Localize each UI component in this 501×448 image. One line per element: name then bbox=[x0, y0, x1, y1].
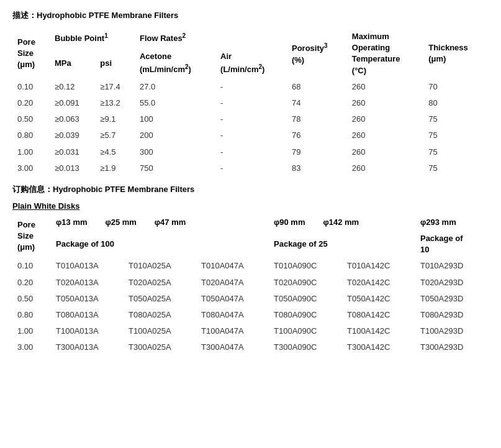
cell-phi25: T020A025A bbox=[124, 275, 196, 291]
table2-row: 1.00 T100A013A T100A025A T100A047A T100A… bbox=[12, 323, 489, 339]
cell-phi293: T300A293D bbox=[415, 339, 489, 355]
cell-phi293: T080A293D bbox=[415, 307, 489, 323]
cell-phi142: T050A142C bbox=[342, 291, 415, 307]
cell-porosity: 79 bbox=[287, 144, 347, 160]
cell-porosity: 74 bbox=[287, 95, 347, 111]
th-pkg100: Package of 100 bbox=[51, 231, 269, 258]
cell-phi25: T100A025A bbox=[124, 323, 196, 339]
cell-air: - bbox=[215, 95, 287, 111]
cell-phi142: T100A142C bbox=[342, 323, 415, 339]
cell-phi47: T080A047A bbox=[196, 307, 269, 323]
cell-phi90: T010A090C bbox=[269, 258, 342, 274]
description-text: Hydrophobic PTFE Membrane Filters bbox=[37, 11, 178, 20]
cell-psi: ≥1.9 bbox=[95, 160, 135, 176]
cell-order-pore: 0.50 bbox=[12, 291, 51, 307]
cell-porosity: 78 bbox=[287, 111, 347, 127]
cell-phi90: T300A090C bbox=[269, 339, 342, 355]
cell-phi293: T010A293D bbox=[415, 258, 489, 274]
order-info-label: 订购信息：Hydrophobic PTFE Membrane Filters bbox=[12, 184, 489, 195]
cell-phi47: T020A047A bbox=[196, 275, 269, 291]
description-label: 描述：Hydrophobic PTFE Membrane Filters bbox=[12, 10, 489, 21]
order-info-prefix: 订购信息： bbox=[12, 185, 53, 194]
table1-row: 0.50 ≥0.063 ≥9.1 100 - 78 260 75 bbox=[12, 111, 489, 127]
cell-phi90: T080A090C bbox=[269, 307, 342, 323]
table1-row: 0.80 ≥0.039 ≥5.7 200 - 76 260 75 bbox=[12, 127, 489, 144]
cell-porosity: 76 bbox=[287, 127, 347, 144]
cell-porosity: 83 bbox=[287, 160, 347, 176]
th-mpa: MPa bbox=[50, 48, 95, 79]
cell-psi: ≥17.4 bbox=[95, 79, 135, 95]
ordering-table-body: 0.10 T010A013A T010A025A T010A047A T010A… bbox=[12, 258, 489, 355]
th-pore-size: PoreSize(μm) bbox=[12, 29, 50, 79]
cell-pore: 0.50 bbox=[12, 111, 50, 127]
th-thickness: Thickness(μm) bbox=[423, 29, 489, 79]
cell-phi13: T080A013A bbox=[51, 307, 124, 323]
cell-maxtemp: 260 bbox=[347, 95, 423, 111]
cell-air: - bbox=[215, 144, 287, 160]
cell-phi25: T010A025A bbox=[124, 258, 196, 274]
cell-acetone: 750 bbox=[135, 160, 215, 176]
th-flow-rates: Flow Rates2 bbox=[135, 29, 287, 48]
cell-phi25: T050A025A bbox=[124, 291, 196, 307]
cell-phi90: T020A090C bbox=[269, 275, 342, 291]
th-air: Air(L/min/cm2) bbox=[215, 48, 287, 79]
description-prefix: 描述： bbox=[12, 11, 37, 20]
cell-pore: 0.20 bbox=[12, 95, 50, 111]
header-row-1: PoreSize(μm) Bubble Point1 Flow Rates2 P… bbox=[12, 29, 489, 48]
cell-thickness: 80 bbox=[423, 95, 489, 111]
cell-phi142: T010A142C bbox=[342, 258, 415, 274]
th-pkg10: Package of10 bbox=[415, 231, 489, 258]
cell-psi: ≥5.7 bbox=[95, 127, 135, 144]
cell-porosity: 68 bbox=[287, 79, 347, 95]
cell-mpa: ≥0.013 bbox=[50, 160, 95, 176]
cell-thickness: 75 bbox=[423, 160, 489, 176]
cell-pore: 3.00 bbox=[12, 160, 50, 176]
table2-row: 0.50 T050A013A T050A025A T050A047A T050A… bbox=[12, 291, 489, 307]
table1-row: 1.00 ≥0.031 ≥4.5 300 - 79 260 75 bbox=[12, 144, 489, 160]
th-psi: psi bbox=[95, 48, 135, 79]
cell-maxtemp: 260 bbox=[347, 144, 423, 160]
table2-row: 3.00 T300A013A T300A025A T300A047A T300A… bbox=[12, 339, 489, 355]
cell-pore: 0.10 bbox=[12, 79, 50, 95]
cell-order-pore: 3.00 bbox=[12, 339, 51, 355]
th-acetone: Acetone(mL/min/cm2) bbox=[135, 48, 215, 79]
cell-maxtemp: 260 bbox=[347, 127, 423, 144]
cell-order-pore: 0.20 bbox=[12, 275, 51, 291]
cell-phi142: T080A142C bbox=[342, 307, 415, 323]
cell-acetone: 300 bbox=[135, 144, 215, 160]
cell-mpa: ≥0.12 bbox=[50, 79, 95, 95]
cell-phi293: T050A293D bbox=[415, 291, 489, 307]
cell-phi13: T020A013A bbox=[51, 275, 124, 291]
cell-order-pore: 1.00 bbox=[12, 323, 51, 339]
order-info-text: Hydrophobic PTFE Membrane Filters bbox=[53, 185, 194, 194]
th-phi90-group: φ90 mm φ142 mm bbox=[269, 214, 415, 231]
cell-thickness: 75 bbox=[423, 127, 489, 144]
cell-mpa: ≥0.063 bbox=[50, 111, 95, 127]
cell-phi25: T080A025A bbox=[124, 307, 196, 323]
cell-phi90: T100A090C bbox=[269, 323, 342, 339]
cell-order-pore: 0.10 bbox=[12, 258, 51, 274]
cell-pore: 0.80 bbox=[12, 127, 50, 144]
section-title: Plain White Disks bbox=[12, 201, 489, 211]
cell-phi25: T300A025A bbox=[124, 339, 196, 355]
cell-air: - bbox=[215, 79, 287, 95]
table2-row: 0.10 T010A013A T010A025A T010A047A T010A… bbox=[12, 258, 489, 274]
th-phi13-group: φ13 mm φ25 mm φ47 mm bbox=[51, 214, 269, 231]
cell-acetone: 27.0 bbox=[135, 79, 215, 95]
cell-thickness: 70 bbox=[423, 79, 489, 95]
th-phi293-group: φ293 mm bbox=[415, 214, 489, 231]
cell-air: - bbox=[215, 111, 287, 127]
cell-phi90: T050A090C bbox=[269, 291, 342, 307]
cell-maxtemp: 260 bbox=[347, 111, 423, 127]
properties-table: PoreSize(μm) Bubble Point1 Flow Rates2 P… bbox=[12, 29, 489, 176]
cell-maxtemp: 260 bbox=[347, 160, 423, 176]
table1-row: 0.20 ≥0.091 ≥13.2 55.0 - 74 260 80 bbox=[12, 95, 489, 111]
cell-psi: ≥9.1 bbox=[95, 111, 135, 127]
cell-phi293: T100A293D bbox=[415, 323, 489, 339]
table2-row: 0.20 T020A013A T020A025A T020A047A T020A… bbox=[12, 275, 489, 291]
cell-pore: 1.00 bbox=[12, 144, 50, 160]
cell-phi47: T010A047A bbox=[196, 258, 269, 274]
cell-phi142: T020A142C bbox=[342, 275, 415, 291]
cell-psi: ≥4.5 bbox=[95, 144, 135, 160]
th-bubble-point: Bubble Point1 bbox=[50, 29, 135, 48]
